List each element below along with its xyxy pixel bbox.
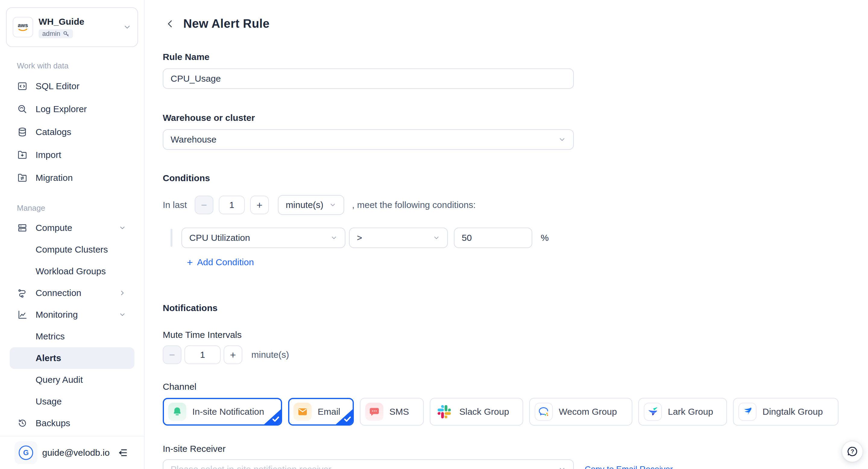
sidebar-item-label: Usage (36, 396, 62, 407)
warehouse-label: Warehouse or cluster (163, 112, 868, 124)
window-decrement-button[interactable]: − (195, 196, 213, 214)
key-icon (63, 30, 69, 37)
window-value-input[interactable] (219, 196, 245, 214)
notifications-heading: Notifications (163, 302, 868, 314)
sidebar-item-label: Alerts (36, 353, 61, 363)
log-explorer-icon (17, 104, 28, 115)
page-title: New Alert Rule (183, 17, 270, 30)
chevron-down-icon (433, 234, 440, 242)
condition-metric-value: CPU Utilization (189, 233, 327, 243)
channel-label-text: Wecom Group (559, 407, 617, 417)
channel-sms[interactable]: SMS (360, 398, 424, 426)
sidebar-item-label: Backups (36, 418, 70, 428)
slack-icon (435, 403, 453, 421)
sidebar-item-migration[interactable]: Migration (10, 166, 134, 189)
workspace-meta: WH_Guide admin (38, 16, 121, 38)
monitoring-icon (17, 309, 28, 320)
email-icon (293, 403, 312, 421)
conditions-heading: Conditions (163, 172, 868, 184)
mute-increment-button[interactable]: + (224, 345, 242, 364)
meet-conditions-label: , meet the following conditions: (352, 200, 475, 210)
insite-receiver-label: In-site Receiver (163, 444, 868, 454)
condition-operator-value: > (357, 233, 429, 243)
sidebar-item-log-explorer[interactable]: Log Explorer (10, 98, 134, 121)
page-header: New Alert Rule (165, 17, 868, 30)
sidebar-item-compute[interactable]: Compute (10, 217, 134, 239)
sidebar-item-sql-editor[interactable]: SQL Editor (10, 75, 134, 98)
condition-metric-select[interactable]: CPU Utilization (181, 227, 345, 248)
copy-to-email-receiver-link[interactable]: Copy to Email Receiver (585, 465, 673, 469)
bell-icon (168, 403, 186, 421)
window-increment-button[interactable]: + (250, 196, 269, 214)
warehouse-select[interactable]: Warehouse (163, 129, 574, 150)
condition-operator-select[interactable]: > (349, 227, 448, 248)
sidebar-item-compute-clusters[interactable]: Compute Clusters (10, 239, 134, 260)
channel-slack-group[interactable]: Slack Group (430, 398, 523, 426)
channel-lark-group[interactable]: Lark Group (638, 398, 727, 426)
mute-decrement-button[interactable]: − (163, 345, 181, 364)
sidebar-item-workload-groups[interactable]: Workload Groups (10, 260, 134, 282)
sidebar-item-label: Compute Clusters (36, 245, 108, 255)
sidebar-item-backups[interactable]: Backups (10, 412, 134, 434)
sms-icon (365, 403, 383, 421)
sidebar-item-metrics[interactable]: Metrics (10, 325, 134, 347)
channel-options: In-site Notification Email SMS (163, 398, 868, 426)
chevron-down-icon (329, 201, 336, 209)
window-unit-select[interactable]: minute(s) (278, 195, 344, 215)
main-content: New Alert Rule Rule Name Warehouse or cl… (145, 0, 868, 469)
add-condition-label: Add Condition (197, 257, 254, 268)
channel-email[interactable]: Email (288, 398, 354, 426)
sidebar-item-connection[interactable]: Connection (10, 282, 134, 304)
help-button[interactable]: ? (842, 441, 863, 462)
channel-label-text: Slack Group (459, 407, 509, 417)
mute-unit-label: minute(s) (251, 350, 289, 360)
sidebar-item-usage[interactable]: Usage (10, 390, 134, 412)
condition-value-input[interactable] (454, 227, 532, 248)
in-last-label: In last (163, 200, 187, 210)
back-button[interactable] (165, 19, 176, 29)
sidebar-item-monitoring[interactable]: Monitoring (10, 304, 134, 325)
channel-label-text: In-site Notification (192, 407, 264, 417)
chevron-down-icon (558, 465, 566, 469)
workspace-switcher[interactable]: aws WH_Guide admin (6, 7, 138, 47)
mute-value-input[interactable] (184, 345, 221, 364)
sidebar-item-label: Catalogs (36, 127, 71, 137)
workspace-role-badge: admin (38, 29, 73, 38)
collapse-sidebar-icon[interactable] (116, 447, 128, 459)
chevron-right-icon (119, 289, 126, 296)
channel-dingtalk-group[interactable]: Dingtalk Group (733, 398, 838, 426)
sidebar-item-label: Migration (36, 173, 73, 183)
sidebar-item-alerts[interactable]: Alerts (10, 347, 134, 369)
sidebar-item-label: Import (36, 150, 61, 160)
sidebar-item-label: Metrics (36, 331, 65, 342)
back-chevron-icon (165, 19, 176, 29)
connection-icon (17, 287, 28, 299)
sidebar-item-import[interactable]: Import (10, 144, 134, 166)
sidebar-item-catalogs[interactable]: Catalogs (10, 121, 134, 144)
channel-label-text: Lark Group (668, 407, 713, 417)
window-unit-value: minute(s) (286, 200, 326, 210)
account-email: guide@velodb.io (42, 447, 116, 458)
dingtalk-icon (738, 403, 756, 421)
section-label-manage: Manage (0, 203, 144, 213)
wecom-icon (535, 403, 553, 421)
condition-unit-label: % (541, 233, 549, 243)
mute-intervals-label: Mute Time Intervals (163, 330, 868, 340)
condition-row: CPU Utilization > % (163, 227, 868, 248)
avatar: G (19, 445, 33, 460)
insite-receiver-select[interactable]: Please select in-site notification recei… (163, 459, 574, 469)
rule-name-input[interactable] (163, 68, 574, 89)
account-menu[interactable]: G (14, 441, 37, 464)
condition-group-bar (170, 229, 173, 247)
add-condition-button[interactable]: + Add Condition (187, 257, 254, 268)
plus-icon: + (187, 257, 193, 268)
sidebar-item-label: SQL Editor (36, 81, 80, 91)
backups-icon (17, 418, 28, 429)
channel-wecom-group[interactable]: Wecom Group (529, 398, 632, 426)
channel-label-text: SMS (390, 407, 409, 417)
channel-insite-notification[interactable]: In-site Notification (163, 398, 282, 426)
chevron-down-icon (119, 224, 126, 231)
chevron-down-icon (558, 136, 566, 144)
compute-icon (17, 222, 28, 233)
sidebar-item-query-audit[interactable]: Query Audit (10, 369, 134, 390)
